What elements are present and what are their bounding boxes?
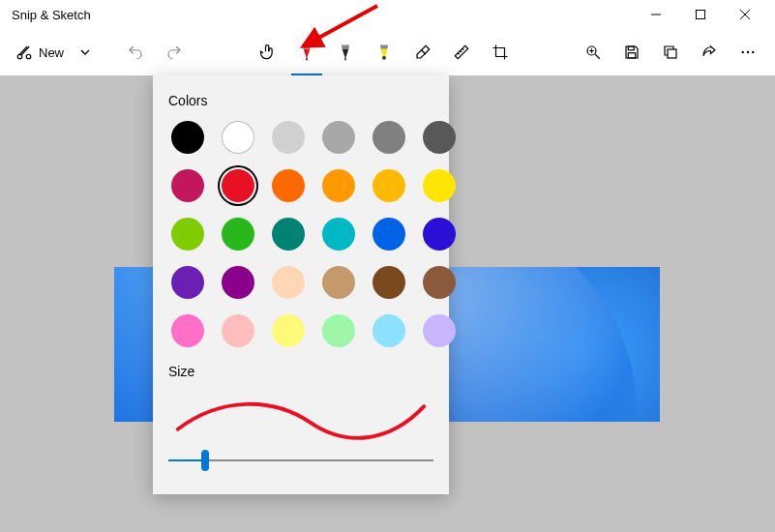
color-swatch[interactable] xyxy=(423,218,456,251)
color-swatch[interactable] xyxy=(171,121,204,154)
svg-point-22 xyxy=(742,51,744,53)
color-swatch[interactable] xyxy=(222,121,254,154)
ballpoint-pen-button[interactable] xyxy=(287,33,326,72)
svg-rect-20 xyxy=(628,53,636,58)
new-dropdown-button[interactable] xyxy=(72,33,99,72)
share-icon xyxy=(700,44,718,61)
size-label: Size xyxy=(168,364,433,379)
redo-icon xyxy=(165,44,183,61)
pen-icon xyxy=(297,43,316,62)
pencil-icon xyxy=(336,43,355,62)
color-swatch[interactable] xyxy=(222,266,254,299)
ruler-button[interactable] xyxy=(442,33,481,72)
color-swatch[interactable] xyxy=(272,169,305,202)
color-swatch[interactable] xyxy=(322,314,355,347)
color-swatch[interactable] xyxy=(373,218,405,251)
redo-button[interactable] xyxy=(155,33,194,72)
undo-icon xyxy=(127,44,144,61)
new-button[interactable]: New xyxy=(8,35,72,70)
color-swatch[interactable] xyxy=(423,169,456,202)
color-swatch[interactable] xyxy=(222,218,254,251)
color-swatch[interactable] xyxy=(171,314,204,347)
svg-line-14 xyxy=(462,48,463,50)
tool-right xyxy=(574,33,767,72)
color-swatch[interactable] xyxy=(171,218,204,251)
highlighter-button[interactable] xyxy=(365,33,403,72)
svg-rect-19 xyxy=(628,46,634,50)
color-swatch[interactable] xyxy=(322,121,355,154)
colors-label: Colors xyxy=(168,93,433,108)
color-swatches xyxy=(168,118,433,350)
color-swatch[interactable] xyxy=(272,121,305,154)
window-title: Snip & Sketch xyxy=(8,8,91,22)
copy-button[interactable] xyxy=(651,33,690,72)
chevron-down-icon xyxy=(80,47,90,57)
color-swatch[interactable] xyxy=(373,266,405,299)
crop-button[interactable] xyxy=(481,33,520,72)
zoom-icon xyxy=(584,44,602,61)
zoom-button[interactable] xyxy=(574,33,612,72)
touch-icon xyxy=(258,43,278,62)
svg-rect-9 xyxy=(344,58,346,61)
ruler-icon xyxy=(453,44,470,61)
svg-point-23 xyxy=(747,51,749,53)
color-swatch[interactable] xyxy=(222,169,254,202)
eraser-button[interactable] xyxy=(403,33,442,72)
svg-line-12 xyxy=(458,53,460,55)
minimize-button[interactable] xyxy=(634,0,678,29)
color-swatch[interactable] xyxy=(322,266,355,299)
color-swatch[interactable] xyxy=(272,218,305,251)
size-preview-stroke xyxy=(168,389,433,442)
eraser-icon xyxy=(414,44,432,61)
color-swatch[interactable] xyxy=(373,169,405,202)
svg-line-13 xyxy=(460,51,462,53)
highlighter-icon xyxy=(374,43,394,62)
more-button[interactable] xyxy=(729,33,767,72)
pen-options-popup: Colors Size xyxy=(153,75,449,494)
color-swatch[interactable] xyxy=(322,169,355,202)
close-button[interactable] xyxy=(723,0,767,29)
new-group: New xyxy=(8,33,99,72)
toolbar: New xyxy=(0,29,775,75)
color-swatch[interactable] xyxy=(423,121,456,154)
save-icon xyxy=(623,44,641,61)
pencil-button[interactable] xyxy=(326,33,365,72)
save-button[interactable] xyxy=(612,33,651,72)
color-swatch[interactable] xyxy=(222,314,254,347)
color-swatch[interactable] xyxy=(272,266,305,299)
svg-rect-8 xyxy=(306,58,308,61)
svg-rect-21 xyxy=(668,49,676,58)
color-swatch[interactable] xyxy=(373,121,405,154)
color-swatch[interactable] xyxy=(373,314,405,347)
touch-writing-button[interactable] xyxy=(249,33,287,72)
snip-icon xyxy=(15,44,33,61)
new-label: New xyxy=(39,45,64,60)
color-swatch[interactable] xyxy=(423,266,456,299)
svg-rect-1 xyxy=(697,11,705,19)
copy-icon xyxy=(662,44,679,61)
color-swatch[interactable] xyxy=(171,266,204,299)
color-swatch[interactable] xyxy=(171,169,204,202)
undo-button[interactable] xyxy=(116,33,155,72)
svg-line-16 xyxy=(595,54,600,59)
svg-point-5 xyxy=(26,54,31,59)
color-swatch[interactable] xyxy=(272,314,305,347)
tool-center xyxy=(249,33,520,72)
more-icon xyxy=(739,44,757,61)
svg-point-24 xyxy=(752,51,754,53)
crop-icon xyxy=(492,44,509,61)
svg-rect-10 xyxy=(382,56,385,59)
maximize-button[interactable] xyxy=(678,0,723,29)
share-button[interactable] xyxy=(690,33,729,72)
titlebar: Snip & Sketch xyxy=(0,0,775,29)
color-swatch[interactable] xyxy=(322,218,355,251)
size-slider[interactable] xyxy=(168,448,433,473)
svg-line-11 xyxy=(421,50,426,55)
color-swatch[interactable] xyxy=(423,314,456,347)
